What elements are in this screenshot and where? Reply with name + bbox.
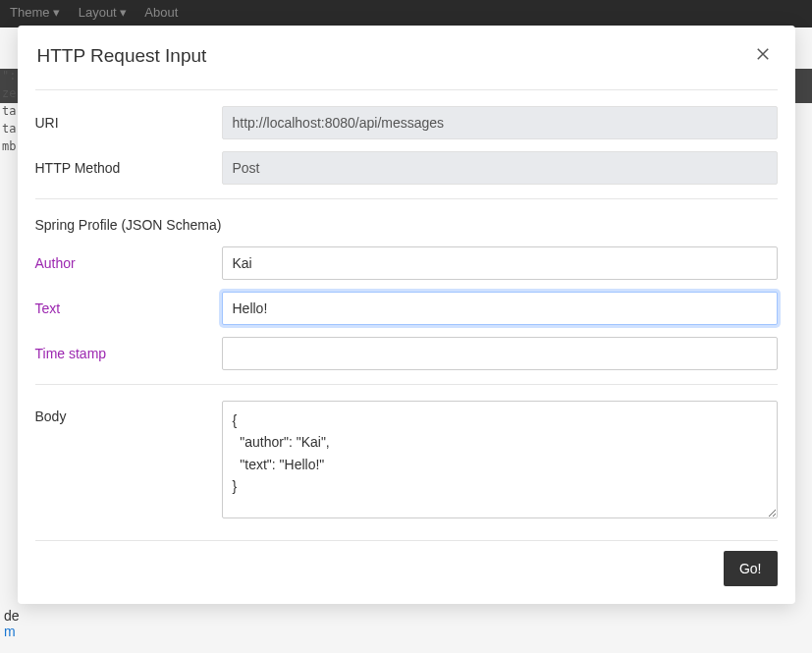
section-divider-1 bbox=[35, 198, 778, 199]
modal-body: URI HTTP Method Spring Profile (JSON Sch… bbox=[18, 90, 795, 540]
text-input[interactable] bbox=[222, 292, 778, 325]
uri-input[interactable] bbox=[222, 106, 778, 139]
author-label: Author bbox=[35, 255, 222, 271]
timestamp-input[interactable] bbox=[222, 337, 778, 370]
close-button[interactable] bbox=[750, 41, 776, 70]
body-label: Body bbox=[35, 401, 222, 424]
http-method-input[interactable] bbox=[222, 151, 778, 185]
modal-overlay: HTTP Request Input URI HTTP Method Sprin… bbox=[0, 0, 812, 653]
modal-header: HTTP Request Input bbox=[18, 26, 795, 89]
author-input[interactable] bbox=[222, 246, 778, 280]
http-method-label: HTTP Method bbox=[35, 160, 222, 176]
text-label: Text bbox=[35, 300, 222, 316]
modal-title: HTTP Request Input bbox=[37, 45, 207, 67]
go-button[interactable]: Go! bbox=[724, 551, 778, 586]
uri-label: URI bbox=[35, 115, 222, 131]
schema-section-header: Spring Profile (JSON Schema) bbox=[35, 217, 778, 233]
modal-footer: Go! bbox=[18, 541, 795, 604]
close-icon bbox=[754, 45, 772, 63]
section-divider-2 bbox=[35, 384, 778, 385]
timestamp-label: Time stamp bbox=[35, 346, 222, 361]
http-request-modal: HTTP Request Input URI HTTP Method Sprin… bbox=[18, 26, 795, 604]
body-textarea[interactable] bbox=[222, 401, 778, 518]
